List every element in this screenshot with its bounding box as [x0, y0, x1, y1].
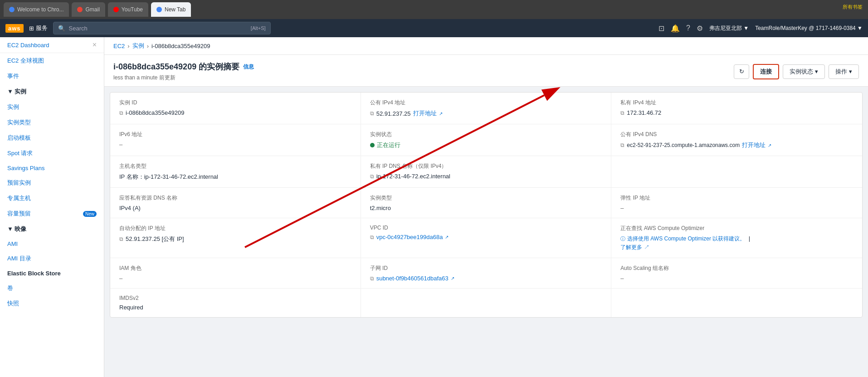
value-instance-type: t2.micro [370, 205, 602, 211]
copy-icon[interactable]: ⧉ [119, 110, 123, 116]
details-row-1: 实例 ID ⧉ i-086b8dca355e49209 公有 IPv4 地址 ⧉… [110, 93, 862, 124]
open-dns-link[interactable]: 打开地址 [742, 141, 766, 149]
copy-icon-vpc[interactable]: ⧉ [370, 234, 374, 240]
learn-more-link[interactable]: 了解更多 ↗ [620, 244, 649, 251]
connect-button[interactable]: 连接 [753, 64, 779, 79]
copy-icon-ipv4[interactable]: ⧉ [370, 110, 374, 117]
sidebar-item-instance-types[interactable]: 实例类型 [0, 115, 104, 130]
aws-nav: aws ⊞ 服务 🔍 Search [Alt+S] ⊡ 🔔 ? ⚙ 弗吉尼亚北部… [0, 19, 868, 37]
sidebar-item-volumes[interactable]: 卷 [0, 280, 104, 296]
tab-youtube-label: YouTube [122, 6, 143, 13]
copy-icon-subnet[interactable]: ⧉ [370, 275, 374, 282]
cell-optimizer: 正在查找 AWS Compute Optimizer ⓘ 选择使用 AWS Co… [611, 218, 862, 258]
value-private-ipv4: ⧉ 172.31.46.72 [620, 109, 853, 116]
sidebar-item-snapshots[interactable]: 快照 [0, 296, 104, 311]
tab-welcome[interactable]: Welcome to Chro... [4, 2, 69, 17]
sidebar-section-instances: ▼ 实例 [0, 84, 104, 99]
value-autoscaling: – [620, 275, 853, 282]
details-row-5: 自动分配的 IP 地址 ⧉ 52.91.237.25 [公有 IP] VPC I… [110, 218, 862, 258]
value-instance-state: 正在运行 [370, 141, 602, 149]
value-iam-role: – [119, 275, 351, 282]
instance-header: i-086b8dca355e49209 的实例摘要 信息 less than a… [104, 55, 868, 87]
copy-icon-private[interactable]: ⧉ [620, 110, 624, 116]
instance-state-button[interactable]: 实例状态 ▾ [783, 64, 825, 79]
refresh-button[interactable]: ↻ [734, 64, 749, 79]
search-placeholder: Search [69, 25, 88, 32]
vpc-link[interactable]: vpc-0c4927bee199da68a [376, 234, 443, 240]
breadcrumb: EC2 › 实例 › i-086b8dca355e49209 [104, 37, 868, 55]
optimizer-link[interactable]: 选择使用 AWS Compute Optimizer 以获得建议。 [627, 235, 745, 242]
ext-link-icon: ↗ [439, 111, 443, 116]
notification-icon[interactable]: 🔔 [671, 24, 680, 33]
sidebar-item-events[interactable]: 事件 [0, 69, 104, 84]
youtube-favicon [113, 7, 119, 12]
sidebar-item-ec2dashboard[interactable]: EC2 Dashboard [7, 42, 49, 49]
details-grid: 实例 ID ⧉ i-086b8dca355e49209 公有 IPv4 地址 ⧉… [110, 92, 863, 318]
tab-newtab[interactable]: New Tab [151, 2, 191, 17]
open-address-link[interactable]: 打开地址 [413, 109, 437, 118]
tab-youtube[interactable]: YouTube [108, 2, 148, 17]
breadcrumb-ec2[interactable]: EC2 [113, 43, 125, 49]
sidebar-item-ami-catalog[interactable]: AMI 目录 [0, 251, 104, 266]
tab-gmail[interactable]: Gmail [72, 2, 105, 17]
cell-empty-7-2 [361, 289, 612, 317]
sidebar-item-ec2global[interactable]: EC2 全球视图 [0, 53, 104, 69]
instance-updated: less than a minute 前更新 [113, 74, 254, 82]
gmail-favicon [77, 7, 83, 12]
help-icon[interactable]: ? [686, 24, 690, 32]
value-elastic-ip: – [620, 205, 853, 211]
sidebar-item-capacity-reservations[interactable]: 容量预留 New [0, 206, 104, 221]
ext-subnet-icon: ↗ [451, 276, 454, 281]
sidebar-item-spot-requests[interactable]: Spot 请求 [0, 146, 104, 161]
cell-private-ip-dns: 私有 IP DNS 名称（仅限 IPv4） ⧉ ip-172-31-46-72.… [361, 156, 612, 187]
cell-private-ipv4: 私有 IPv4 地址 ⧉ 172.31.46.72 [611, 93, 862, 124]
cell-vpc-id: VPC ID ⧉ vpc-0c4927bee199da68a ↗ [361, 218, 612, 258]
value-public-dns: ⧉ ec2-52-91-237-25.compute-1.amazonaws.c… [620, 141, 853, 149]
sidebar-item-launch-templates[interactable]: 启动模板 [0, 130, 104, 146]
sidebar-section-images: ▼ 映像 [0, 221, 104, 237]
cell-subnet-id: 子网 ID ⧉ subnet-0f9b460561dbafa63 ↗ [361, 258, 612, 288]
services-button[interactable]: ⊞ 服务 [29, 24, 48, 32]
copy-icon-private-dns[interactable]: ⧉ [370, 173, 374, 180]
info-link[interactable]: 信息 [243, 63, 254, 71]
label-hostname-type: 主机名类型 [119, 162, 351, 170]
copy-icon-auto-ip[interactable]: ⧉ [119, 236, 123, 242]
ext-dns-icon: ↗ [768, 143, 771, 148]
cell-iam-role: IAM 角色 – [110, 258, 361, 288]
label-instance-state: 实例状态 [370, 131, 602, 138]
sidebar-item-instances[interactable]: 实例 [0, 99, 104, 115]
sidebar-section-ebs: Elastic Block Store [0, 266, 104, 280]
sidebar-close-button[interactable]: × [93, 41, 97, 49]
aws-logo[interactable]: aws [5, 24, 24, 33]
tab-newtab-label: New Tab [165, 6, 185, 13]
cell-elastic-ip: 弹性 IP 地址 – [611, 188, 862, 218]
newtab-favicon [156, 7, 162, 12]
cell-imdsv2: IMDSv2 Required [110, 289, 361, 317]
label-instance-type: 实例类型 [370, 194, 602, 202]
copy-icon-dns[interactable]: ⧉ [620, 142, 624, 148]
details-row-3: 主机名类型 IP 名称：ip-172-31-46-72.ec2.internal… [110, 156, 862, 188]
actions-button[interactable]: 操作 ▾ [829, 64, 859, 79]
account-selector[interactable]: TeamRole/MasterKey @ 1717-1469-0384 ▼ [755, 25, 863, 31]
region-selector[interactable]: 弗吉尼亚北部 ▼ [709, 24, 749, 32]
sidebar-item-dedicated-hosts[interactable]: 专属主机 [0, 191, 104, 206]
info-circle-icon: ⓘ [620, 236, 625, 241]
subnet-link[interactable]: subnet-0f9b460561dbafa63 [376, 275, 449, 282]
label-ipv6: IPv6 地址 [119, 131, 351, 138]
breadcrumb-instances[interactable]: 实例 [132, 42, 144, 50]
value-instance-id: ⧉ i-086b8dca355e49209 [119, 109, 351, 116]
welcome-favicon [9, 7, 15, 12]
sidebar-item-reserved-instances[interactable]: 预留实例 [0, 175, 104, 191]
content-area: EC2 › 实例 › i-086b8dca355e49209 i-086b8dc… [104, 37, 868, 377]
cell-autoscaling: Auto Scaling 组名称 – [611, 258, 862, 288]
value-subnet-id: ⧉ subnet-0f9b460561dbafa63 ↗ [370, 275, 602, 282]
label-private-ipv4: 私有 IPv4 地址 [620, 99, 853, 107]
cloud-shell-icon[interactable]: ⊡ [658, 24, 664, 33]
cell-instance-state: 实例状态 正在运行 [361, 124, 612, 156]
sidebar-item-savings-plans[interactable]: Savings Plans [0, 161, 104, 175]
sidebar-item-ami[interactable]: AMI [0, 237, 104, 251]
search-bar[interactable]: 🔍 Search [Alt+S] [53, 22, 271, 34]
settings-icon[interactable]: ⚙ [697, 24, 703, 33]
label-public-ipv4: 公有 IPv4 地址 [370, 99, 602, 107]
main-layout: EC2 Dashboard × EC2 全球视图 事件 ▼ 实例 实例 实例类型… [0, 37, 868, 377]
